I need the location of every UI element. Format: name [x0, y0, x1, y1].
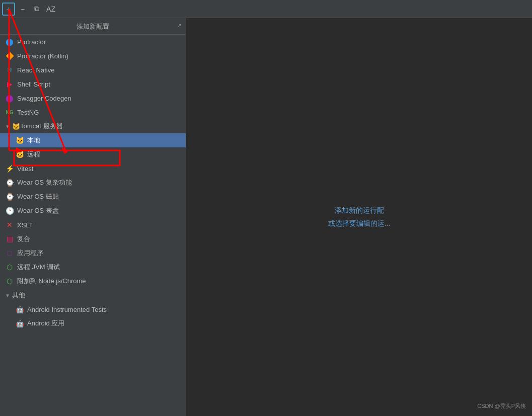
chevron-down-icon: ▼ — [5, 124, 10, 129]
right-panel-line1: 添加新的运行配 — [335, 206, 384, 215]
android-app-item[interactable]: 🤖 Android 应用 — [0, 316, 186, 330]
tomcat-local-icon: 🐱 — [15, 136, 24, 145]
tomcat-server-category[interactable]: ▼ 🐱 Tomcat 服务器 — [0, 119, 186, 133]
list-item[interactable]: ▶ Shell Script — [0, 77, 186, 91]
main-layout: 添加新配置 ↗ ⬤ Protractor 🔶 Protractor (Kotli… — [0, 18, 532, 416]
xslt-icon: ✕ — [5, 220, 14, 229]
item-label: Shell Script — [17, 80, 50, 88]
item-label: Wear OS 表盘 — [17, 206, 59, 215]
item-label: Android 应用 — [27, 319, 64, 328]
application-item[interactable]: □ 应用程序 — [0, 246, 186, 260]
chevron-down-icon: ▼ — [5, 293, 10, 298]
toolbar: + − ⧉ AZ — [0, 0, 532, 18]
list-item[interactable]: ⚛ React Native — [0, 63, 186, 77]
swagger-icon: ⬤ — [5, 94, 14, 103]
item-label: XSLT — [17, 221, 33, 229]
item-label: 其他 — [12, 291, 25, 300]
wear-os-complex-item[interactable]: ⌚ Wear OS 复杂功能 — [0, 176, 186, 190]
application-icon: □ — [5, 248, 14, 258]
item-label: Tomcat 服务器 — [20, 122, 63, 131]
testng-icon: NG — [5, 108, 14, 117]
wear-os-complex-icon: ⌚ — [5, 178, 14, 187]
panel-header: 添加新配置 ↗ — [0, 18, 186, 35]
item-label: TestNG — [17, 109, 39, 116]
panel-title: 添加新配置 — [77, 23, 109, 30]
compound-icon: ▤ — [5, 234, 14, 243]
item-label: 远程 JVM 调试 — [17, 263, 60, 272]
list-item[interactable]: NG TestNG — [0, 105, 186, 119]
android-instrumented-item[interactable]: 🤖 Android Instrumented Tests — [0, 302, 186, 316]
wear-os-watchface-icon: 🕐 — [5, 206, 14, 215]
attach-nodejs-icon: ⬡ — [5, 277, 14, 286]
item-label: 复合 — [17, 234, 30, 243]
remove-config-button[interactable]: − — [16, 3, 29, 16]
list-item[interactable]: ⚡ Vitest — [0, 161, 186, 176]
other-category[interactable]: ▼ 其他 — [0, 288, 186, 302]
react-native-icon: ⚛ — [5, 65, 14, 74]
compound-item[interactable]: ▤ 复合 — [0, 232, 186, 246]
wear-os-watchface-item[interactable]: 🕐 Wear OS 表盘 — [0, 204, 186, 218]
config-list: ⬤ Protractor 🔶 Protractor (Kotlin) ⚛ Rea… — [0, 35, 186, 416]
item-label: Protractor (Kotlin) — [17, 52, 68, 60]
protractor-icon: ⬤ — [5, 37, 14, 46]
item-label: 本地 — [27, 136, 40, 145]
list-item[interactable]: 🔶 Protractor (Kotlin) — [0, 49, 186, 63]
left-panel: 添加新配置 ↗ ⬤ Protractor 🔶 Protractor (Kotli… — [0, 18, 186, 416]
list-item[interactable]: ⬤ Swagger Codegen — [0, 91, 186, 105]
item-label: Swagger Codegen — [17, 95, 71, 102]
right-panel: 添加新的运行配 或选择要编辑的运... — [186, 18, 532, 416]
watermark: CSDN @秃头P风侠 — [477, 402, 526, 410]
tomcat-remote-icon: 🐱 — [15, 150, 24, 159]
item-label: Android Instrumented Tests — [27, 306, 107, 313]
item-label: 附加到 Node.js/Chrome — [17, 277, 86, 286]
remote-jvm-icon: ⬡ — [5, 263, 14, 272]
item-label: 远程 — [27, 150, 40, 159]
protractor-kotlin-icon: 🔶 — [5, 51, 14, 60]
android-icon: 🤖 — [15, 305, 24, 314]
shell-script-icon: ▶ — [5, 79, 14, 89]
xslt-item[interactable]: ✕ XSLT — [0, 218, 186, 232]
tomcat-local-item[interactable]: 🐱 本地 — [0, 133, 186, 147]
item-label: Wear OS 磁贴 — [17, 192, 59, 201]
attach-nodejs-item[interactable]: ⬡ 附加到 Node.js/Chrome — [0, 274, 186, 288]
right-panel-line2: 或选择要编辑的运... — [328, 219, 391, 228]
list-item[interactable]: ⬤ Protractor — [0, 35, 186, 49]
item-label: Wear OS 复杂功能 — [17, 178, 72, 187]
copy-config-button[interactable]: ⧉ — [30, 3, 43, 16]
android-app-icon: 🤖 — [15, 319, 24, 328]
item-label: 应用程序 — [17, 248, 43, 258]
item-label: React Native — [17, 66, 54, 74]
item-label: Vitest — [17, 165, 33, 173]
remote-jvm-item[interactable]: ⬡ 远程 JVM 调试 — [0, 260, 186, 274]
expand-icon[interactable]: ↗ — [177, 22, 182, 29]
tomcat-remote-item[interactable]: 🐱 远程 — [0, 147, 186, 161]
item-label: Protractor — [17, 38, 46, 46]
vitest-icon: ⚡ — [5, 164, 14, 173]
add-config-button[interactable]: + — [2, 3, 15, 16]
rename-config-button[interactable]: AZ — [44, 3, 57, 16]
wear-os-tile-icon: ⌚ — [5, 192, 14, 201]
wear-os-tile-item[interactable]: ⌚ Wear OS 磁贴 — [0, 190, 186, 204]
tomcat-icon: 🐱 — [12, 123, 20, 130]
